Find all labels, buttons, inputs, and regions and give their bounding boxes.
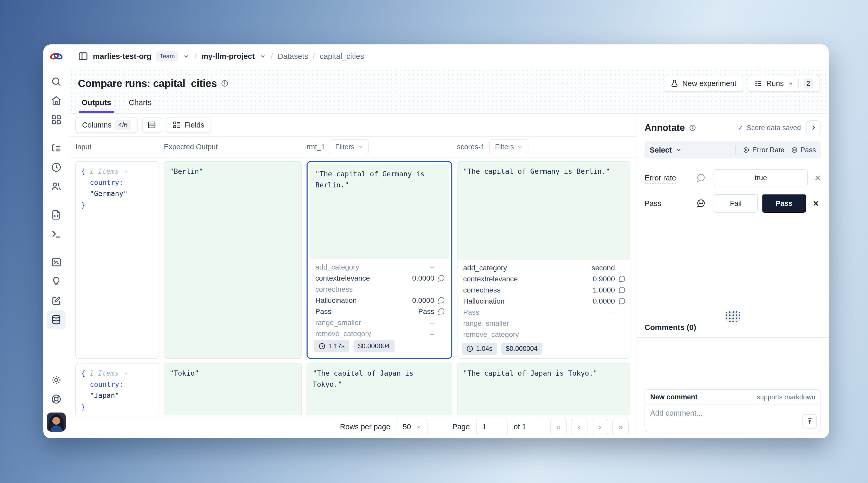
app-window: marlies-test-org Team / my-llm-project /…: [43, 44, 829, 438]
settings-gear-icon[interactable]: [51, 374, 62, 386]
run2-output-cell[interactable]: "The capital of Japan is Tokyo.": [457, 363, 630, 415]
chevron-down-icon[interactable]: [259, 53, 266, 60]
metric-value: –: [611, 319, 615, 328]
error-rate-value-input[interactable]: [714, 169, 808, 186]
comment-bubble-icon[interactable]: [615, 286, 626, 294]
drag-handle[interactable]: [725, 311, 740, 322]
new-experiment-button[interactable]: New experiment: [664, 75, 743, 92]
filters-label: Filters: [335, 143, 354, 151]
prompts-file-icon[interactable]: [51, 209, 62, 220]
collapse-panel-button[interactable]: [806, 120, 821, 135]
input-cell[interactable]: { 1 Items country: "Germany" }: [75, 161, 159, 359]
metric-value: –: [430, 319, 434, 327]
breadcrumb-separator: /: [194, 51, 197, 61]
comment-bubble-icon[interactable]: [434, 308, 445, 315]
previous-page-button[interactable]: ‹: [571, 419, 588, 435]
score-config-bar: Select Error Rate Pass: [645, 142, 821, 158]
dashboard-icon[interactable]: [51, 114, 62, 125]
runs-label: Runs: [766, 79, 784, 88]
sidebar-toggle-icon[interactable]: [78, 51, 88, 61]
last-page-button[interactable]: »: [612, 419, 629, 435]
search-icon[interactable]: [51, 76, 62, 87]
columns-button[interactable]: Columns 4/6: [75, 117, 137, 133]
comment-bubble-icon[interactable]: [434, 297, 445, 304]
first-page-button[interactable]: «: [550, 419, 567, 435]
submit-comment-button[interactable]: [802, 414, 817, 428]
playground-terminal-icon[interactable]: [51, 228, 62, 240]
page-number-input[interactable]: [476, 419, 507, 435]
runs-button[interactable]: Runs 2: [748, 75, 820, 92]
page-of-label: of 1: [514, 423, 526, 431]
json-brace: }: [81, 403, 85, 411]
comment-bubble-icon[interactable]: [615, 275, 626, 283]
metric-value: Pass: [418, 307, 434, 316]
comment-bubble-filled-icon[interactable]: [692, 199, 709, 208]
score-select-dropdown[interactable]: Select: [650, 146, 682, 154]
score-saved-label: Score data saved: [747, 124, 801, 132]
home-icon[interactable]: [51, 95, 62, 107]
metric-value: –: [430, 330, 434, 338]
json-items-label[interactable]: 1 Items: [90, 167, 119, 175]
datasets-database-icon[interactable]: [47, 310, 66, 329]
clear-pass-icon[interactable]: [811, 199, 821, 208]
pass-chip[interactable]: Pass: [791, 146, 816, 154]
latency-badge: 1.04s: [462, 342, 497, 355]
llm-judge-lightbulb-icon[interactable]: [51, 276, 62, 287]
list-icon: [754, 79, 763, 88]
comment-bubble-icon[interactable]: [434, 274, 445, 282]
tracing-tree-icon[interactable]: [51, 143, 62, 154]
chevron-down-icon[interactable]: [183, 53, 190, 60]
breadcrumb-org[interactable]: marlies-test-org: [93, 52, 151, 61]
metric-value: 0.0000: [412, 274, 434, 282]
select-label: Select: [650, 146, 672, 154]
fields-button[interactable]: Fields: [166, 117, 211, 133]
evaluation-icon[interactable]: [51, 256, 62, 268]
column-header-run2: scores-1: [457, 143, 485, 151]
info-icon[interactable]: [689, 124, 696, 131]
expected-output-text: "Berlin": [164, 161, 301, 181]
annotation-queue-icon[interactable]: [51, 295, 62, 306]
run2-output-cell[interactable]: "The capital of Germany is Berlin." add_…: [457, 161, 630, 359]
comment-bubble-icon[interactable]: [692, 173, 709, 182]
metric-name: remove_category: [463, 330, 519, 339]
next-page-button[interactable]: ›: [592, 419, 608, 435]
user-avatar[interactable]: [47, 413, 66, 432]
pass-button-selected[interactable]: Pass: [762, 194, 806, 213]
json-items-label[interactable]: 1 Items: [90, 369, 119, 377]
breadcrumb-datasets[interactable]: Datasets: [278, 52, 308, 61]
error-rate-score-row: Error rate: [645, 169, 821, 186]
page-header: Compare runs: capital_cities New experim…: [69, 68, 829, 114]
info-icon[interactable]: [221, 80, 228, 87]
comment-bubble-icon[interactable]: [615, 297, 626, 305]
comment-input[interactable]: [645, 405, 820, 432]
rows-per-page-select[interactable]: 50: [397, 419, 428, 435]
annotate-panel: Annotate ✓ Score data saved Select: [637, 114, 829, 438]
run1-filters-button[interactable]: Filters: [330, 140, 369, 154]
clear-error-rate-icon[interactable]: [812, 174, 823, 182]
fail-button[interactable]: Fail: [714, 194, 758, 213]
run1-output-cell[interactable]: "The capital of Japan is Tokyo.": [307, 363, 452, 415]
breadcrumb-separator: /: [313, 51, 315, 61]
run2-filters-button[interactable]: Filters: [489, 140, 528, 154]
support-lifebuoy-icon[interactable]: [51, 393, 62, 405]
chevron-down-icon[interactable]: [123, 167, 128, 175]
arrow-up-to-line-icon: [806, 417, 813, 425]
run1-output-cell-selected[interactable]: "The capital of Germany is Berlin." add_…: [307, 161, 452, 359]
breadcrumb-dataset-name[interactable]: capital_cities: [320, 52, 364, 61]
pass-score-row: Pass Fail Pass: [645, 194, 821, 213]
error-rate-chip-label: Error Rate: [752, 146, 784, 154]
breadcrumb-project[interactable]: my-llm-project: [201, 52, 255, 61]
input-cell[interactable]: { 1 Items country: "Japan" }: [75, 363, 159, 415]
tab-outputs[interactable]: Outputs: [79, 96, 114, 113]
error-rate-chip[interactable]: Error Rate: [743, 146, 784, 154]
expected-output-cell[interactable]: "Tokio": [164, 363, 302, 415]
expected-output-cell[interactable]: "Berlin": [164, 161, 302, 359]
app-logo[interactable]: [43, 44, 69, 68]
metrics-list: add_category– contextrelevance0.0000 cor…: [310, 259, 449, 337]
tab-charts[interactable]: Charts: [126, 96, 154, 113]
row-height-button[interactable]: [142, 117, 161, 133]
chevron-down-icon[interactable]: [123, 369, 128, 377]
users-icon[interactable]: [51, 181, 62, 192]
nav-sidebar: [43, 68, 69, 438]
sessions-clock-icon[interactable]: [51, 161, 62, 173]
